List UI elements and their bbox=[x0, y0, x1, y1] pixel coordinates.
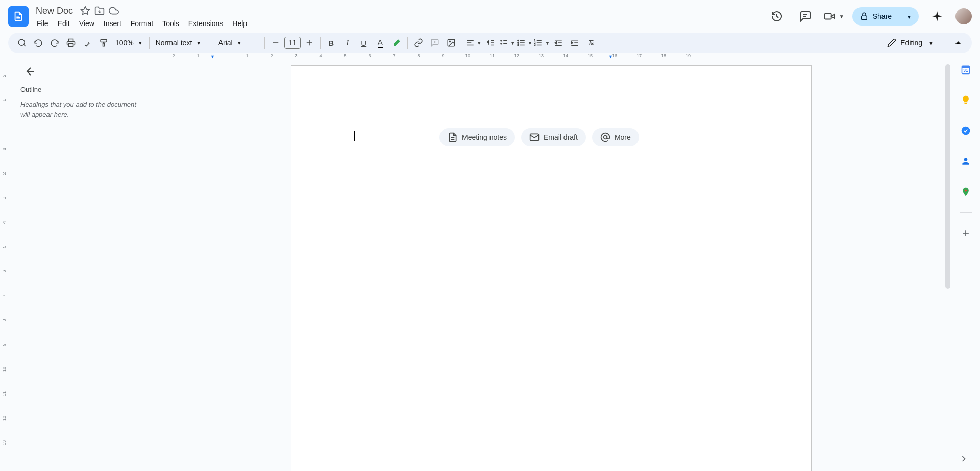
decrease-indent-button[interactable] bbox=[551, 35, 566, 51]
separator bbox=[407, 37, 408, 49]
toolbar: 100%▼ Normal text▼ Arial▼ B I U A ▼ ▼ ▼ … bbox=[8, 33, 972, 53]
calendar-icon[interactable]: 31 bbox=[955, 59, 976, 80]
bulleted-list-button[interactable]: ▼ bbox=[517, 35, 533, 51]
contacts-icon[interactable] bbox=[955, 151, 976, 171]
menu-file[interactable]: File bbox=[33, 18, 53, 29]
vertical-ruler[interactable]: 2 1 1 2 3 4 5 6 7 8 9 10 11 12 13 bbox=[0, 53, 8, 471]
svg-rect-2 bbox=[825, 13, 831, 19]
scrollbar-thumb[interactable] bbox=[945, 64, 950, 289]
meet-button[interactable]: ▼ bbox=[824, 6, 844, 27]
menu-tools[interactable]: Tools bbox=[158, 18, 183, 29]
caret-down-icon: ▼ bbox=[138, 40, 143, 46]
svg-line-5 bbox=[23, 44, 25, 46]
add-comment-button[interactable] bbox=[427, 35, 443, 51]
font-size-increase[interactable] bbox=[302, 35, 317, 51]
separator bbox=[462, 37, 462, 49]
keep-icon[interactable] bbox=[955, 90, 976, 110]
font-select[interactable]: Arial▼ bbox=[215, 35, 261, 51]
svg-point-48 bbox=[962, 127, 970, 135]
increase-indent-button[interactable] bbox=[567, 35, 582, 51]
tasks-icon[interactable] bbox=[955, 120, 976, 141]
line-spacing-button[interactable] bbox=[483, 35, 498, 51]
svg-rect-6 bbox=[69, 44, 74, 47]
suggestion-email-draft[interactable]: Email draft bbox=[521, 128, 586, 146]
outline-hint: Headings that you add to the document wi… bbox=[20, 100, 143, 119]
caret-down-icon: ▼ bbox=[237, 40, 242, 46]
document-page[interactable]: Meeting notes Email draft More bbox=[291, 65, 812, 471]
font-size-input[interactable] bbox=[284, 37, 301, 49]
document-title[interactable]: New Doc bbox=[33, 5, 76, 17]
separator bbox=[943, 37, 943, 49]
bold-button[interactable]: B bbox=[324, 35, 339, 51]
insert-link-button[interactable] bbox=[411, 35, 426, 51]
suggestion-more[interactable]: More bbox=[592, 128, 639, 146]
zoom-select[interactable]: 100%▼ bbox=[112, 35, 146, 51]
mode-label: Editing bbox=[900, 39, 922, 47]
cloud-status-icon[interactable] bbox=[109, 6, 119, 16]
numbered-list-button[interactable]: 123▼ bbox=[533, 35, 550, 51]
caret-down-icon: ▼ bbox=[528, 40, 533, 46]
clear-formatting-button[interactable] bbox=[583, 35, 599, 51]
share-label: Share bbox=[873, 12, 892, 20]
svg-point-25 bbox=[517, 44, 518, 45]
search-menus-button[interactable] bbox=[14, 35, 30, 51]
menu-view[interactable]: View bbox=[75, 18, 99, 29]
collapse-toolbar-button[interactable] bbox=[950, 35, 966, 51]
move-icon[interactable] bbox=[94, 6, 105, 16]
text-color-button[interactable]: A bbox=[373, 35, 388, 51]
svg-rect-3 bbox=[861, 16, 867, 20]
menu-format[interactable]: Format bbox=[127, 18, 157, 29]
outline-close-button[interactable] bbox=[20, 61, 41, 82]
redo-button[interactable] bbox=[47, 35, 62, 51]
svg-rect-7 bbox=[103, 43, 105, 46]
caret-down-icon: ▼ bbox=[545, 40, 550, 46]
italic-button[interactable]: I bbox=[340, 35, 355, 51]
document-scroll-area[interactable]: Meeting notes Email draft More bbox=[151, 61, 951, 471]
separator bbox=[212, 37, 212, 49]
align-button[interactable]: ▼ bbox=[465, 35, 482, 51]
caret-down-icon: ▼ bbox=[906, 14, 912, 20]
menubar: File Edit View Insert Format Tools Exten… bbox=[33, 18, 767, 29]
menu-edit[interactable]: Edit bbox=[54, 18, 74, 29]
maps-icon[interactable] bbox=[955, 182, 976, 202]
left-indent-marker[interactable]: ▼ bbox=[210, 54, 215, 59]
svg-point-14 bbox=[449, 41, 450, 42]
account-avatar[interactable] bbox=[955, 8, 972, 24]
menu-insert[interactable]: Insert bbox=[100, 18, 126, 29]
gemini-icon[interactable] bbox=[927, 6, 947, 27]
suggestion-meeting-notes[interactable]: Meeting notes bbox=[439, 128, 515, 146]
share-dropdown[interactable]: ▼ bbox=[900, 7, 919, 26]
document-icon bbox=[448, 132, 458, 142]
svg-text:31: 31 bbox=[963, 68, 968, 73]
right-indent-marker[interactable]: ▼ bbox=[608, 54, 613, 59]
get-addons-icon[interactable] bbox=[955, 223, 976, 243]
caret-down-icon: ▼ bbox=[477, 40, 482, 46]
share-button[interactable]: Share bbox=[852, 7, 900, 26]
highlight-color-button[interactable] bbox=[389, 35, 404, 51]
separator bbox=[320, 37, 321, 49]
checklist-button[interactable]: ▼ bbox=[499, 35, 516, 51]
underline-button[interactable]: U bbox=[356, 35, 372, 51]
menu-extensions[interactable]: Extensions bbox=[184, 18, 227, 29]
comments-icon[interactable] bbox=[795, 6, 816, 27]
svg-point-44 bbox=[604, 136, 607, 139]
star-icon[interactable] bbox=[80, 6, 90, 16]
editing-mode-button[interactable]: Editing ▼ bbox=[881, 35, 940, 51]
history-icon[interactable] bbox=[767, 6, 787, 27]
undo-button[interactable] bbox=[31, 35, 46, 51]
pencil-icon bbox=[887, 38, 896, 47]
hide-side-panel-button[interactable] bbox=[955, 451, 972, 467]
horizontal-ruler[interactable]: 2 1 1 2 3 4 5 6 7 8 9 10 11 12 13 14 15 … bbox=[151, 53, 951, 61]
insert-image-button[interactable] bbox=[444, 35, 459, 51]
print-button[interactable] bbox=[63, 35, 79, 51]
paragraph-style-select[interactable]: Normal text▼ bbox=[153, 35, 209, 51]
at-icon bbox=[600, 132, 610, 142]
caret-down-icon: ▼ bbox=[196, 40, 201, 46]
font-size-decrease[interactable] bbox=[268, 35, 283, 51]
caret-down-icon: ▼ bbox=[839, 14, 844, 19]
paint-format-button[interactable] bbox=[96, 35, 111, 51]
spellcheck-button[interactable] bbox=[80, 35, 95, 51]
svg-text:3: 3 bbox=[534, 43, 536, 46]
docs-logo-icon[interactable] bbox=[8, 6, 29, 27]
menu-help[interactable]: Help bbox=[228, 18, 251, 29]
